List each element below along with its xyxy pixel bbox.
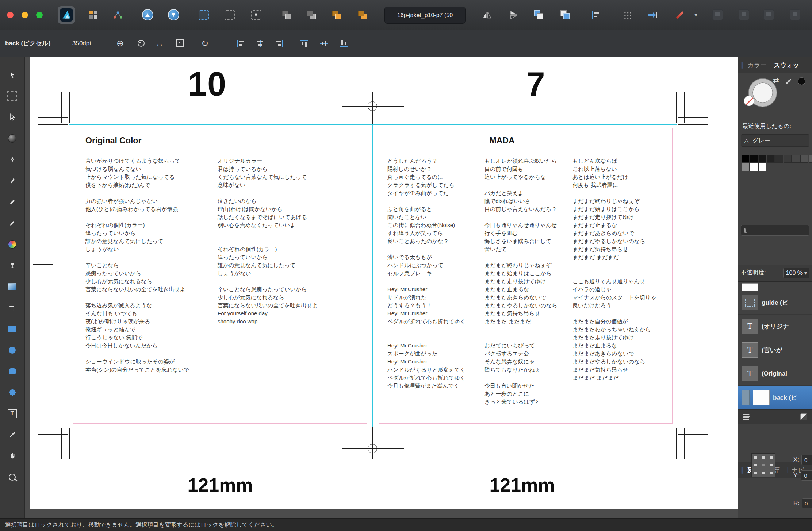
picture-frame-ellipse-tool[interactable] [0,128,24,149]
color-picker-tool[interactable] [0,424,24,445]
insert-behind-button[interactable] [530,0,547,30]
ungroup-button[interactable] [354,0,371,30]
pencil-tool[interactable] [0,191,24,212]
color-tool[interactable] [0,234,24,255]
mirror-button[interactable]: ↔ [152,30,168,57]
designer-persona-button[interactable] [165,0,182,30]
node-tool[interactable] [0,107,24,128]
insertion-target-button[interactable] [644,0,662,30]
star-tool[interactable] [0,382,24,403]
align-right-button[interactable] [272,30,288,57]
hand-tool[interactable] [0,445,24,466]
anchor-point-selector[interactable] [751,453,775,477]
color-swatch[interactable] [758,155,766,163]
publisher-persona-button[interactable] [139,0,156,30]
color-swatch[interactable] [750,163,758,171]
layer-row-partial[interactable] [738,281,812,291]
gradient-tool[interactable] [0,276,24,297]
layer-row-text-2[interactable]: T (言いが [738,338,812,362]
ellipse-tool[interactable] [0,339,24,361]
align-top-button[interactable] [296,30,312,57]
left-lyrics-column-2[interactable]: オリジナルカラー君は持っているからくだらない言葉なんて気にしたって意味がない 泣… [218,157,318,326]
swap-colors-icon[interactable]: ⇄ [773,76,779,85]
right-lyrics-column-3[interactable]: もしどん底ならばこれ以上落ちないあとは這い上がるだけ何度も 我武者羅に まだまだ… [572,157,656,382]
layers-stack-icon[interactable] [743,413,749,421]
color-swatch[interactable] [784,155,792,163]
align-center-h-button[interactable] [252,30,268,57]
tab-color[interactable]: カラー [748,61,767,69]
color-swatch[interactable] [800,155,808,163]
search-input[interactable] [748,227,812,234]
panel-drag-handle-icon[interactable]: ∥ [741,466,744,474]
zoom-window-button[interactable] [31,0,48,30]
artboard[interactable]: 10 7 [30,57,738,509]
right-page-title[interactable]: MADA [462,136,542,146]
color-swatch[interactable] [742,163,750,171]
marquee-select-button[interactable] [195,0,212,30]
tab-swatches[interactable]: スウォッ [774,61,799,69]
layer-row-guide[interactable]: guide (ピ [738,291,812,315]
layer-row-back-selected[interactable]: back (ピ [738,386,812,409]
flip-vertical-button[interactable] [505,0,522,30]
opacity-dropdown[interactable]: 100 % ▾ [783,268,809,278]
align-left-button[interactable] [233,30,249,57]
current-color-swatch[interactable] [798,77,805,85]
edit-frame-button[interactable] [248,0,265,30]
color-swatch[interactable] [792,155,800,163]
left-lyrics-column-1[interactable]: 言いがかりつけてくるような奴らって気づける脳なんてない上からマウント取った気にな… [85,157,189,374]
transform-origin-button[interactable]: ⊕ [112,30,128,57]
move-tool[interactable] [0,64,24,85]
r-input[interactable]: 0 [802,498,812,508]
eyedropper-icon[interactable] [785,78,792,85]
panel-drag-handle-icon[interactable]: ∥ [741,61,744,69]
insert-inside-button[interactable] [556,0,574,30]
transparency-tool[interactable] [0,255,24,276]
text-tool[interactable]: T [0,403,24,424]
pages-panel-button[interactable] [84,0,102,30]
right-lyrics-column-2[interactable]: もしオレが潰れ喜ぶ奴いたら目の前で何回も這い上がってやるからな バカだと笑えよ陰… [484,157,558,406]
vector-brush-tool[interactable] [0,170,24,191]
color-swatch[interactable] [758,163,766,171]
rotate-button[interactable]: ↻ [197,30,213,57]
color-swatch[interactable] [767,155,775,163]
app-persona-button[interactable] [56,0,77,30]
document-title-button[interactable]: 16p-jaket_p10-p7 (50 [384,7,466,24]
align-bottom-button[interactable] [336,30,352,57]
preflight-button[interactable] [109,0,127,30]
swatch-category-dropdown[interactable]: △ グレー [741,134,809,147]
move-backward-button[interactable] [278,0,295,30]
align-middle-button[interactable] [316,30,332,57]
zoom-tool[interactable] [0,466,24,488]
marquee-alt-button[interactable] [221,0,238,30]
color-swatch[interactable] [750,155,758,163]
no-fill-swatch[interactable] [744,96,754,106]
paint-brush-tool[interactable] [0,212,24,234]
pasteboard[interactable]: 10 7 [25,57,738,518]
color-swatch[interactable] [809,155,812,163]
y-input[interactable]: 0 [801,470,812,481]
right-lyrics-column-1[interactable]: どうしたんだろう？陽射しのせいか？真っ直ぐ走ってるのにクラクラする気がしてたらタ… [387,157,466,390]
color-swatch[interactable] [775,155,783,163]
crop-mark [676,428,677,459]
x-input[interactable]: 0 [801,455,812,465]
layer-row-text-3[interactable]: T (Original [738,362,812,386]
move-forward-button[interactable] [303,0,320,30]
color-swatch[interactable] [742,155,750,163]
group-button[interactable] [328,0,345,30]
pen-options-dropdown[interactable]: ▾ [692,0,700,30]
swatch-search-field[interactable] [741,225,809,236]
flip-horizontal-button[interactable] [478,0,496,30]
vector-pencil-button[interactable] [671,0,689,30]
layer-row-text-1[interactable]: T (オリジナ [738,315,812,338]
picture-frame-rect-tool[interactable] [0,85,24,107]
rectangle-tool[interactable] [0,318,24,339]
mask-icon[interactable] [800,413,807,420]
show-handles-button[interactable] [172,30,188,57]
snapping-button[interactable] [133,30,149,57]
rounded-rectangle-tool[interactable] [0,361,24,382]
left-page-title[interactable]: Original Color [85,136,141,146]
alignment-button[interactable] [587,0,605,30]
snapping-grid-button[interactable] [618,0,636,30]
vector-crop-tool[interactable] [0,297,24,318]
pen-tool[interactable] [0,149,24,170]
